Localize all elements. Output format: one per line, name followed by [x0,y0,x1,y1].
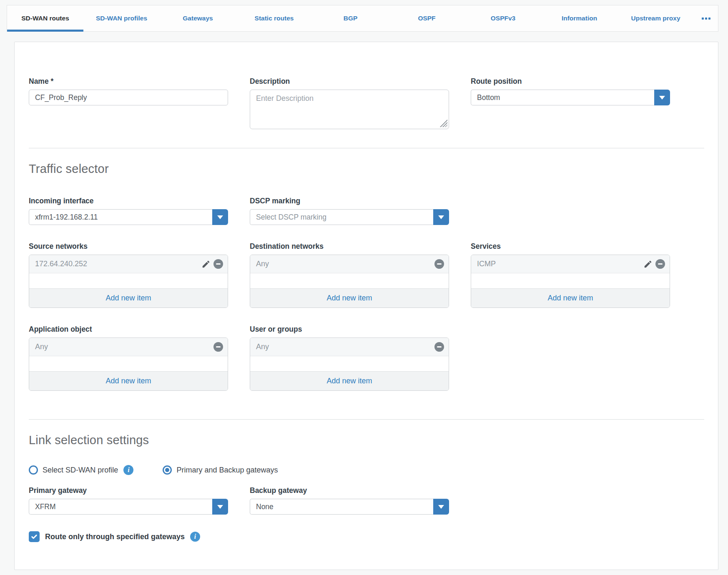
services-field-group: Services ICMP Add new item [471,242,670,308]
add-new-item-button[interactable]: Add new item [250,288,449,308]
add-new-item-button[interactable]: Add new item [29,288,228,308]
source-networks-label: Source networks [29,242,228,251]
route-position-value[interactable]: Bottom [471,90,654,105]
route-position-select[interactable]: Bottom [471,90,670,105]
list-item-text: Any [256,342,269,351]
application-object-label: Application object [29,325,228,334]
more-tabs-button[interactable] [694,5,718,31]
destination-networks-label: Destination networks [250,242,449,251]
incoming-interface-label: Incoming interface [29,196,228,205]
radio-label: Select SD-WAN profile [43,466,118,475]
route-only-checkbox-label: Route only through specified gateways [45,532,185,541]
chevron-down-icon [438,505,444,509]
incoming-interface-field-group: Incoming interface xfrm1-192.168.2.11 [29,196,228,225]
tab-information[interactable]: Information [541,5,618,31]
remove-icon[interactable] [434,259,444,269]
list-item: Any [29,338,228,356]
primary-gateway-select[interactable]: XFRM [29,499,228,515]
chevron-down-icon [659,96,665,100]
dscp-marking-dropdown-button[interactable] [433,209,449,225]
edit-icon[interactable] [201,259,211,269]
dscp-marking-select[interactable]: Select DSCP marking [250,209,449,225]
primary-gateway-value[interactable]: XFRM [29,499,212,515]
route-only-checkbox-row: Route only through specified gateways i [29,531,718,542]
chevron-down-icon [217,505,223,509]
primary-gateway-label: Primary gateway [29,486,228,495]
user-or-groups-field-group: User or groups Any Add new item [250,325,449,391]
edit-icon[interactable] [643,259,653,269]
route-position-dropdown-button[interactable] [654,90,670,105]
add-new-item-button[interactable]: Add new item [471,288,670,308]
incoming-interface-dropdown-button[interactable] [212,209,228,225]
info-icon[interactable]: i [190,532,200,542]
user-or-groups-list: Any Add new item [250,338,449,391]
remove-icon[interactable] [655,259,665,269]
application-object-field-group: Application object Any Add new item [29,325,228,391]
chevron-down-icon [217,215,223,219]
radio-button-selected[interactable] [163,465,172,475]
chevron-down-icon [438,215,444,219]
tab-bar: SD-WAN routes SD-WAN profiles Gateways S… [7,5,718,32]
incoming-interface-value[interactable]: xfrm1-192.168.2.11 [29,209,212,225]
tab-gateways[interactable]: Gateways [160,5,236,31]
checkmark-icon [30,533,38,540]
traffic-selector-title: Traffic selector [29,161,718,176]
remove-icon[interactable] [213,259,223,269]
list-item-text: ICMP [477,260,496,268]
list-item-text: Any [256,260,269,268]
name-field-group: Name * [29,77,228,129]
radio-option-sdwan-profile[interactable]: Select SD-WAN profile i [29,465,133,475]
link-selection-settings-title: Link selection settings [29,432,718,448]
name-label: Name * [29,77,228,86]
services-label: Services [471,242,670,251]
destination-networks-list: Any Add new item [250,255,449,308]
remove-icon[interactable] [434,342,444,352]
add-new-item-button[interactable]: Add new item [250,371,449,390]
divider [29,148,704,148]
list-item: 172.64.240.252 [29,255,228,273]
user-or-groups-label: User or groups [250,325,449,334]
tab-ospfv3[interactable]: OSPFv3 [465,5,541,31]
add-new-item-button[interactable]: Add new item [29,371,228,390]
primary-gateway-dropdown-button[interactable] [212,499,228,515]
list-item-text: Any [35,342,48,351]
divider [29,419,704,420]
backup-gateway-dropdown-button[interactable] [433,499,449,515]
route-only-checkbox[interactable] [29,531,40,542]
list-item-text: 172.64.240.252 [35,260,87,268]
destination-networks-field-group: Destination networks Any Add new item [250,242,449,308]
radio-button[interactable] [29,465,38,475]
ellipsis-icon [708,18,710,20]
dscp-marking-placeholder[interactable]: Select DSCP marking [250,209,433,225]
remove-icon[interactable] [213,342,223,352]
ellipsis-icon [705,18,707,20]
incoming-interface-select[interactable]: xfrm1-192.168.2.11 [29,209,228,225]
application-object-list: Any Add new item [29,338,228,391]
dscp-marking-label: DSCP marking [250,196,449,205]
description-label: Description [250,77,449,86]
tab-static-routes[interactable]: Static routes [236,5,312,31]
link-selection-radio-group: Select SD-WAN profile i Primary and Back… [29,465,718,475]
route-position-field-group: Route position Bottom [471,77,670,129]
radio-label: Primary and Backup gateways [176,466,278,475]
ellipsis-icon [702,18,704,20]
name-input[interactable] [29,90,228,105]
list-item: Any [250,338,449,356]
backup-gateway-value[interactable]: None [250,499,433,515]
backup-gateway-select[interactable]: None [250,499,449,515]
list-item: ICMP [471,255,670,273]
tab-sdwan-routes[interactable]: SD-WAN routes [7,5,83,31]
description-textarea[interactable] [250,90,449,129]
description-field-group: Description [250,77,449,129]
services-list: ICMP Add new item [471,255,670,308]
tab-sdwan-profiles[interactable]: SD-WAN profiles [83,5,160,31]
primary-gateway-field-group: Primary gateway XFRM [29,486,228,515]
info-icon[interactable]: i [123,465,133,475]
tab-bgp[interactable]: BGP [312,5,389,31]
radio-option-primary-backup-gateways[interactable]: Primary and Backup gateways [163,465,278,475]
tab-upstream-proxy[interactable]: Upstream proxy [618,5,694,31]
tab-ospf[interactable]: OSPF [389,5,465,31]
source-networks-list: 172.64.240.252 Add new item [29,255,228,308]
route-position-label: Route position [471,77,670,86]
source-networks-field-group: Source networks 172.64.240.252 Add new i… [29,242,228,308]
